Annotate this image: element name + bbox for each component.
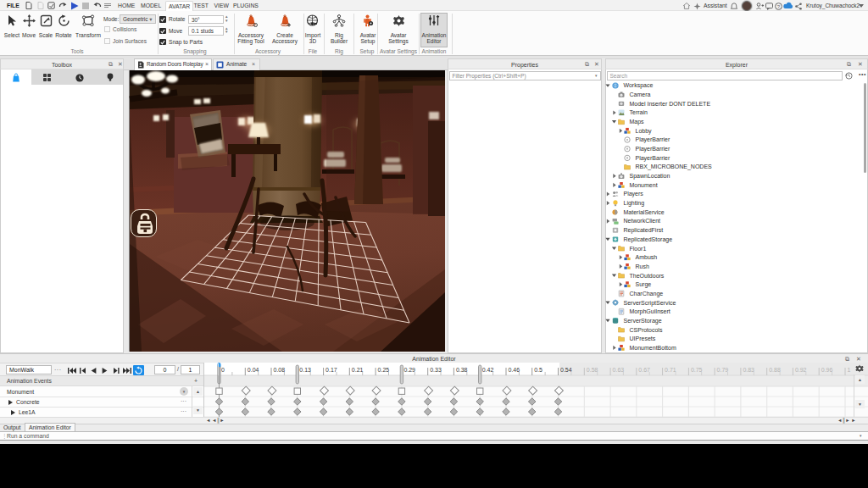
svg-text:Camera: Camera [630,92,651,97]
svg-text:Workspace: Workspace [624,82,654,89]
svg-text:Lighting: Lighting [624,200,645,207]
svg-text:Floor1: Floor1 [630,246,647,252]
svg-text:0.21: 0.21 [352,367,364,373]
svg-text:0.29: 0.29 [403,367,415,373]
svg-text:ServerScriptService: ServerScriptService [624,300,676,307]
svg-text:0.88: 0.88 [769,367,781,373]
svg-text:0.25: 0.25 [378,367,390,373]
svg-text:Model Inserter DONT DELETE: Model Inserter DONT DELETE [630,101,711,107]
svg-text:Ambush: Ambush [636,254,658,260]
svg-text:Surge: Surge [636,281,652,288]
svg-text:0.08: 0.08 [274,367,286,373]
svg-text:0.13: 0.13 [299,367,311,373]
svg-text:ServerStorage: ServerStorage [624,318,662,324]
svg-text:ReplicatedStorage: ReplicatedStorage [624,236,673,243]
svg-text:0: 0 [221,367,225,373]
svg-text:PlayerBarrier: PlayerBarrier [636,146,671,152]
svg-text:Terrain: Terrain [630,109,648,115]
svg-text:Monument: Monument [630,182,658,188]
svg-text:MonumentBottom: MonumentBottom [630,345,676,351]
svg-text:MorphGuiInsert: MorphGuiInsert [630,308,670,315]
svg-text:TheOutdoors: TheOutdoors [630,273,665,279]
svg-text:SpawnLocation: SpawnLocation [630,173,670,180]
svg-text:CharChange: CharChange [630,291,664,297]
svg-text:0.63: 0.63 [613,367,625,373]
svg-text:0.17: 0.17 [326,367,337,373]
svg-text:0.71: 0.71 [665,367,676,373]
svg-text:0.67: 0.67 [638,367,650,373]
svg-text:0.58: 0.58 [587,367,598,373]
svg-text:0.04: 0.04 [248,367,259,373]
svg-text:RBX_MICROBONE_NODES: RBX_MICROBONE_NODES [636,164,713,170]
svg-text:Players: Players [624,191,644,197]
svg-text:NetworkClient: NetworkClient [624,218,661,224]
svg-text:Rush: Rush [636,263,649,269]
svg-text:0.79: 0.79 [717,367,729,373]
svg-text:0.46: 0.46 [509,367,520,373]
svg-text:0.92: 0.92 [795,367,807,373]
svg-text:0.33: 0.33 [430,367,442,373]
svg-text:0.54: 0.54 [560,367,572,373]
svg-text:0.96: 0.96 [821,367,833,373]
svg-text:0.75: 0.75 [691,367,703,373]
svg-text:CSProtocols: CSProtocols [630,327,663,333]
svg-text:0.38: 0.38 [456,367,468,373]
svg-text:0.5: 0.5 [534,367,542,373]
svg-text:Maps: Maps [630,119,645,125]
svg-text:1: 1 [848,367,851,373]
svg-text:ReplicatedFirst: ReplicatedFirst [624,227,664,234]
svg-text:PlayerBarrier: PlayerBarrier [636,136,671,143]
svg-text:0.42: 0.42 [482,367,494,373]
svg-text:Lobby: Lobby [636,128,653,135]
svg-text:UIPresets: UIPresets [630,336,656,341]
svg-text:0.83: 0.83 [743,367,754,373]
svg-text:MaterialService: MaterialService [624,209,665,215]
svg-text:PlayerBarrier: PlayerBarrier [636,155,671,162]
